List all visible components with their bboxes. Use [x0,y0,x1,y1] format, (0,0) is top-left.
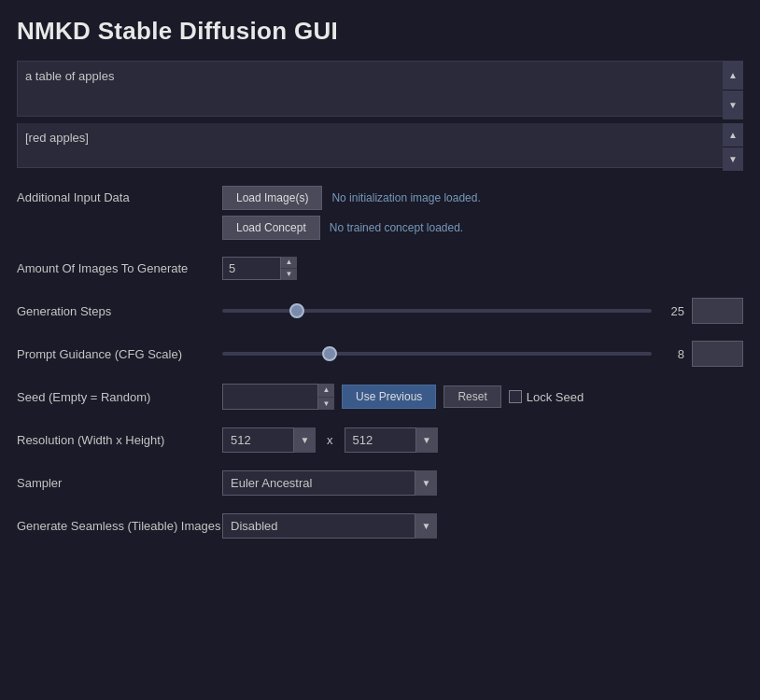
prompt-guidance-input[interactable] [692,341,743,367]
generation-steps-input[interactable] [692,298,743,324]
lock-seed-wrap[interactable]: Lock Seed [509,390,584,404]
seamless-select[interactable]: Disabled Enabled Horizontal Vertical [222,513,437,539]
sampler-select-wrap: Euler Ancestral Euler LMS Heun DPM2 DPM2… [222,470,437,496]
positive-prompt-area: a table of apples ▲ ▼ [17,61,743,119]
prompt-guidance-row: Prompt Guidance (CFG Scale) 8 [17,339,743,369]
seamless-select-wrap: Disabled Enabled Horizontal Vertical ▼ [222,513,437,539]
load-concept-row: Load Concept No trained concept loaded. [222,216,481,240]
additional-input-content: Load Image(s) No initialization image lo… [222,186,481,240]
seed-row: Seed (Empty = Random) ▲ ▼ Use Previous R… [17,382,743,412]
load-concept-button[interactable]: Load Concept [222,216,320,240]
amount-decrement[interactable]: ▼ [280,269,297,280]
amount-content: ▲ ▼ [222,257,743,280]
app-container: NMKD Stable Diffusion GUI a table of app… [0,0,760,700]
amount-input-wrap: ▲ ▼ [222,257,297,280]
seed-increment[interactable]: ▲ [317,384,334,398]
sampler-label: Sampler [17,476,222,490]
prompt-guidance-value: 8 [661,347,684,361]
seed-decrement[interactable]: ▼ [317,398,334,411]
generation-steps-row: Generation Steps 25 [17,296,743,326]
negative-prompt-input[interactable]: [red apples] [17,123,743,168]
seamless-row: Generate Seamless (Tileable) Images Disa… [17,511,743,540]
seamless-content: Disabled Enabled Horizontal Vertical ▼ [222,513,743,539]
width-select[interactable]: 512 256 768 1024 [222,427,316,453]
reset-seed-button[interactable]: Reset [443,385,500,408]
height-select[interactable]: 512 256 768 1024 [345,427,438,453]
seed-content: ▲ ▼ Use Previous Reset Lock Seed [222,384,743,410]
generation-steps-slider-wrap: 25 [222,304,684,318]
prompt-guidance-slider[interactable] [222,352,652,356]
additional-input-row: Additional Input Data Load Image(s) No i… [17,186,743,240]
height-select-wrap: 512 256 768 1024 ▼ [345,427,438,453]
load-images-button[interactable]: Load Image(s) [222,186,322,210]
seed-label: Seed (Empty = Random) [17,390,222,404]
positive-prompt-scroll-up[interactable]: ▲ [723,61,743,91]
seed-spinner: ▲ ▼ [317,384,334,410]
width-select-wrap: 512 256 768 1024 ▼ [222,427,316,453]
negative-prompt-scroll-down[interactable]: ▼ [723,147,743,172]
sampler-row: Sampler Euler Ancestral Euler LMS Heun D… [17,468,743,497]
load-images-row: Load Image(s) No initialization image lo… [222,186,481,210]
positive-prompt-scroll-down[interactable]: ▼ [723,91,743,120]
amount-label: Amount Of Images To Generate [17,261,222,275]
generation-steps-slider[interactable] [222,309,652,313]
lock-seed-label: Lock Seed [527,390,584,404]
resolution-content: 512 256 768 1024 ▼ x 512 256 768 1024 ▼ [222,427,743,453]
amount-row: Amount Of Images To Generate ▲ ▼ [17,253,743,283]
lock-seed-checkbox[interactable] [509,390,522,403]
seed-input-wrap: ▲ ▼ [222,384,334,410]
prompt-guidance-slider-wrap: 8 [222,347,684,361]
negative-prompt-scroll-up[interactable]: ▲ [723,123,743,147]
sampler-select[interactable]: Euler Ancestral Euler LMS Heun DPM2 DPM2… [222,470,437,496]
resolution-separator: x [327,433,333,447]
negative-prompt-area: [red apples] ▲ ▼ [17,123,743,171]
resolution-row: Resolution (Width x Height) 512 256 768 … [17,425,743,455]
app-title: NMKD Stable Diffusion GUI [17,17,743,46]
prompt-guidance-content: 8 [222,341,743,367]
additional-input-label: Additional Input Data [17,186,222,204]
amount-spinner: ▲ ▼ [280,257,297,280]
use-previous-button[interactable]: Use Previous [342,385,436,409]
generation-steps-label: Generation Steps [17,304,222,318]
prompt-guidance-label: Prompt Guidance (CFG Scale) [17,347,222,361]
generation-steps-value: 25 [661,304,684,318]
resolution-label: Resolution (Width x Height) [17,433,222,447]
seamless-label: Generate Seamless (Tileable) Images [17,519,222,533]
generation-steps-content: 25 [222,298,743,324]
load-images-status: No initialization image loaded. [331,191,480,204]
load-concept-status: No trained concept loaded. [330,221,463,234]
amount-increment[interactable]: ▲ [280,257,297,269]
sampler-content: Euler Ancestral Euler LMS Heun DPM2 DPM2… [222,470,743,496]
positive-prompt-input[interactable]: a table of apples [17,61,743,117]
